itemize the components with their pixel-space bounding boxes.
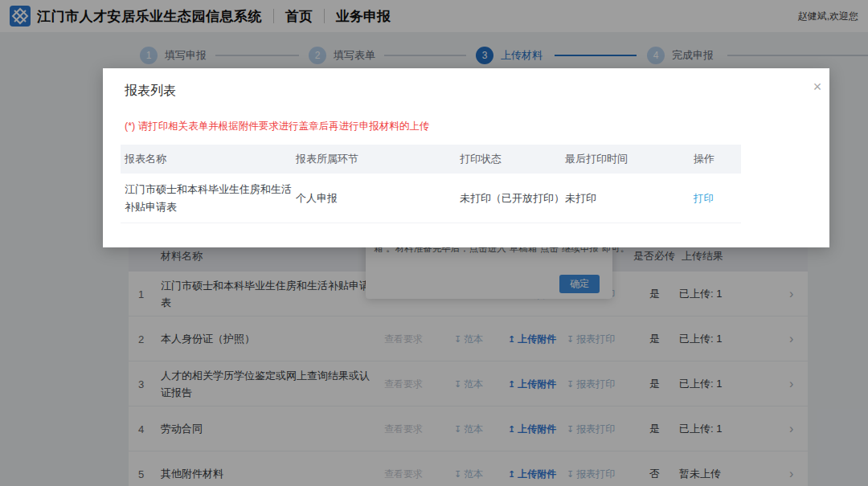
- report-table: 报表名称 报表所属环节 打印状态 最后打印时间 操作 江门市硕士和本科毕业生住房…: [121, 145, 741, 223]
- col-operation: 操作: [694, 152, 714, 166]
- modal-title: 报表列表: [125, 83, 176, 100]
- report-row: 江门市硕士和本科毕业生住房和生活补贴申请表 个人申报 未打印（已开放打印） 未打…: [121, 174, 741, 223]
- print-link[interactable]: 打印: [694, 191, 714, 205]
- report-last-print-time: 未打印: [565, 191, 596, 206]
- col-report-stage: 报表所属环节: [296, 152, 358, 166]
- report-stage: 个人申报: [296, 191, 338, 206]
- report-list-modal: 报表列表 × (*) 请打印相关表单并根据附件要求进行盖章后再进行申报材料的上传…: [103, 68, 829, 247]
- col-print-status: 打印状态: [460, 152, 502, 166]
- report-table-header: 报表名称 报表所属环节 打印状态 最后打印时间 操作: [121, 145, 741, 174]
- print-notice-text: (*) 请打印相关表单并根据附件要求进行盖章后再进行申报材料的上传: [125, 120, 429, 133]
- report-name: 江门市硕士和本科毕业生住房和生活补贴申请表: [125, 180, 293, 215]
- col-report-name: 报表名称: [125, 152, 166, 166]
- report-print-status: 未打印（已开放打印）: [460, 191, 564, 206]
- col-last-print-time: 最后打印时间: [565, 152, 628, 166]
- close-icon[interactable]: ×: [809, 78, 826, 96]
- page-root: 江门市人才安居乐业生态园信息系统 首页 业务申报 赵健斌,欢迎您 1 填写申报 …: [0, 0, 868, 486]
